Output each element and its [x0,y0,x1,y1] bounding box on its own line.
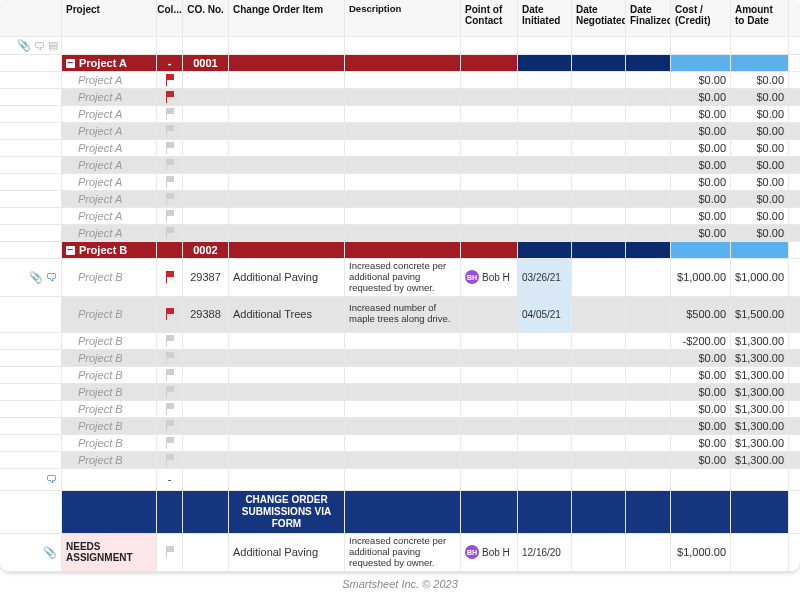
attachment-icon[interactable]: 📎 [17,39,31,52]
table-row[interactable]: Project A$0.00$0.00 [0,157,800,174]
point-of-contact[interactable] [461,452,518,468]
description-cell[interactable] [345,140,461,156]
date-finalized[interactable] [626,174,671,190]
date-negotiated[interactable] [572,123,626,139]
point-of-contact[interactable] [461,333,518,349]
flag-icon[interactable] [165,91,175,103]
co-number[interactable] [183,89,229,105]
header-project[interactable]: Project [62,0,157,36]
amount-to-date[interactable]: $0.00 [731,140,789,156]
cost-credit[interactable]: $0.00 [671,174,731,190]
date-finalized[interactable] [626,208,671,224]
flag-icon[interactable] [165,386,175,398]
date-initiated[interactable] [518,140,572,156]
change-order-item[interactable]: Additional Trees [229,297,345,332]
description-cell[interactable] [345,106,461,122]
date-initiated[interactable]: 03/26/21 [518,259,572,296]
date-negotiated[interactable] [572,106,626,122]
table-row[interactable]: Project A$0.00$0.00 [0,140,800,157]
header-item[interactable]: Change Order Item [229,0,345,36]
flag-icon[interactable] [165,369,175,381]
date-finalized[interactable] [626,89,671,105]
description-cell[interactable] [345,123,461,139]
change-order-item[interactable] [229,435,345,451]
date-initiated[interactable] [518,333,572,349]
cost-credit[interactable]: $0.00 [671,140,731,156]
flag-icon[interactable] [165,352,175,364]
point-of-contact[interactable]: BHBob H [461,259,518,296]
header-date-initiated[interactable]: Date Initiated [518,0,572,36]
header-col[interactable]: Col... [157,0,183,36]
cost-credit[interactable]: $500.00 [671,297,731,332]
co-number[interactable] [183,367,229,383]
header-cono[interactable]: CO. No. [183,0,229,36]
date-negotiated[interactable] [572,452,626,468]
amount-to-date[interactable]: $1,300.00 [731,333,789,349]
date-initiated[interactable] [518,350,572,366]
date-finalized[interactable] [626,297,671,332]
cost-credit[interactable]: $0.00 [671,350,731,366]
amount-to-date[interactable]: $1,300.00 [731,452,789,468]
table-row[interactable]: Project B$0.00$1,300.00 [0,384,800,401]
date-finalized[interactable] [626,123,671,139]
description-cell[interactable] [345,225,461,241]
amount-to-date[interactable]: $1,300.00 [731,384,789,400]
change-order-item[interactable] [229,140,345,156]
cost-credit[interactable]: $0.00 [671,106,731,122]
amount-to-date[interactable]: $0.00 [731,123,789,139]
cost-credit[interactable]: $0.00 [671,401,731,417]
attachment-icon[interactable]: 📎 [43,546,57,559]
date-finalized[interactable] [626,225,671,241]
change-order-item[interactable] [229,208,345,224]
flag-icon[interactable] [165,74,175,86]
needs-date-initiated[interactable]: 12/16/20 [518,534,572,571]
point-of-contact[interactable] [461,140,518,156]
point-of-contact[interactable] [461,367,518,383]
cost-credit[interactable]: $0.00 [671,384,731,400]
amount-to-date[interactable]: $0.00 [731,174,789,190]
date-finalized[interactable] [626,333,671,349]
cost-credit[interactable]: $0.00 [671,191,731,207]
description-cell[interactable] [345,350,461,366]
table-row[interactable]: 📎🗨Project B29387Additional PavingIncreas… [0,259,800,297]
description-cell[interactable]: Increased concrete per additional paving… [345,259,461,296]
co-number[interactable] [183,452,229,468]
flag-icon[interactable] [165,159,175,171]
co-number[interactable]: 29388 [183,297,229,332]
co-number[interactable] [183,123,229,139]
flag-icon[interactable] [165,142,175,154]
needs-poc[interactable]: BHBob H [461,534,518,571]
co-number[interactable] [183,401,229,417]
point-of-contact[interactable] [461,401,518,417]
point-of-contact[interactable] [461,384,518,400]
amount-to-date[interactable]: $1,000.00 [731,259,789,296]
co-number[interactable] [183,72,229,88]
change-order-item[interactable] [229,106,345,122]
change-order-item[interactable] [229,452,345,468]
needs-item[interactable]: Additional Paving [229,534,345,571]
date-finalized[interactable] [626,106,671,122]
point-of-contact[interactable] [461,106,518,122]
co-number[interactable] [183,384,229,400]
date-initiated[interactable] [518,367,572,383]
description-cell[interactable] [345,333,461,349]
comment-icon[interactable]: 🗨 [34,40,45,52]
point-of-contact[interactable] [461,72,518,88]
date-finalized[interactable] [626,452,671,468]
comment-icon[interactable]: 🗨 [46,473,57,485]
change-order-item[interactable] [229,157,345,173]
date-negotiated[interactable] [572,297,626,332]
date-negotiated[interactable] [572,367,626,383]
header-amount-to-date[interactable]: Amount to Date [731,0,789,36]
cost-credit[interactable]: $0.00 [671,418,731,434]
needs-assignment-row[interactable]: 📎 NEEDS ASSIGNMENT Additional Paving Inc… [0,534,800,572]
description-cell[interactable] [345,157,461,173]
date-initiated[interactable] [518,191,572,207]
table-row[interactable]: Project A$0.00$0.00 [0,106,800,123]
table-row[interactable]: Project A$0.00$0.00 [0,174,800,191]
description-cell[interactable] [345,89,461,105]
flag-icon[interactable] [165,437,175,449]
description-cell[interactable] [345,367,461,383]
flag-icon[interactable] [165,546,175,558]
date-finalized[interactable] [626,401,671,417]
